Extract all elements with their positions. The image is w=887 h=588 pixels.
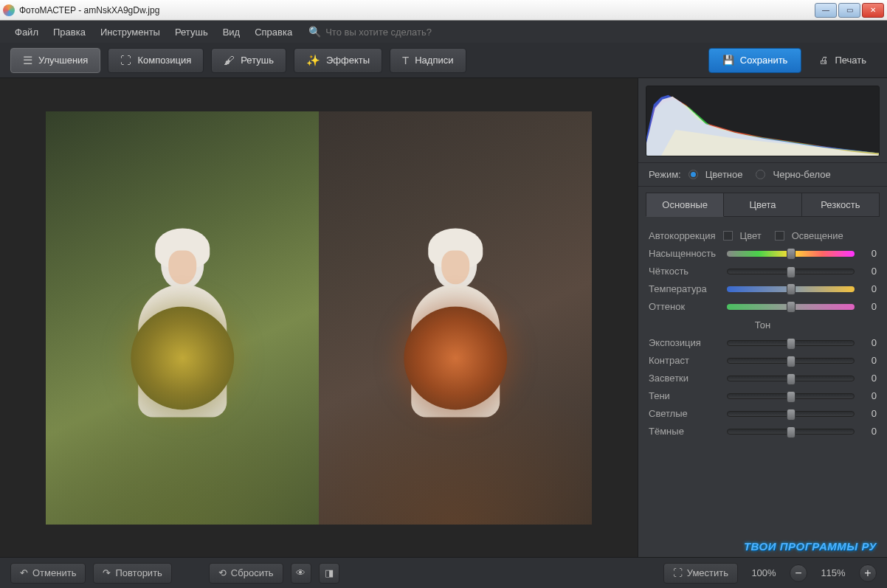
radio-color[interactable] bbox=[688, 170, 698, 179]
slider-contrast: Контраст 0 bbox=[649, 355, 877, 366]
slider-saturation: Насыщенность 0 bbox=[649, 248, 877, 259]
tone-section-title: Тон bbox=[649, 319, 877, 331]
maximize-button[interactable]: ▭ bbox=[838, 3, 860, 18]
menu-tools[interactable]: Инструменты bbox=[94, 24, 166, 41]
slider-highlights: Засветки 0 bbox=[649, 373, 877, 384]
tool-effects[interactable]: ✨Эффекты bbox=[294, 48, 382, 73]
reset-button[interactable]: ⟲Сбросить bbox=[209, 563, 283, 584]
slider-thumb[interactable] bbox=[787, 356, 795, 367]
crop-icon: ⛶ bbox=[120, 54, 131, 66]
tab-sharpness[interactable]: Резкость bbox=[802, 193, 880, 217]
status-bar: ↶Отменить ↷Повторить ⟲Сбросить 👁 ◨ ⛶Умес… bbox=[0, 557, 887, 588]
print-icon: 🖨 bbox=[819, 55, 829, 66]
exposure-track[interactable] bbox=[727, 340, 855, 346]
autocorrect-row: Автокоррекция Цвет Освещение bbox=[649, 230, 877, 241]
color-mode-row: Режим: Цветное Черно-белое bbox=[638, 162, 887, 187]
tool-captions[interactable]: TНадписи bbox=[390, 48, 466, 73]
zoom-out-button[interactable]: − bbox=[790, 564, 807, 582]
menu-bar: Файл Правка Инструменты Ретушь Вид Справ… bbox=[0, 21, 887, 43]
reset-icon: ⟲ bbox=[218, 567, 227, 578]
print-button[interactable]: 🖨Печать bbox=[809, 48, 877, 73]
slider-shadows: Тени 0 bbox=[649, 390, 877, 401]
autocorrect-label: Автокоррекция bbox=[649, 230, 716, 241]
photo-after bbox=[319, 111, 592, 525]
contrast-track[interactable] bbox=[727, 358, 855, 364]
zoom-in-button[interactable]: + bbox=[859, 564, 877, 582]
highlights-track[interactable] bbox=[727, 376, 855, 381]
canvas-viewport[interactable] bbox=[0, 78, 638, 557]
before-after-view bbox=[46, 111, 592, 525]
zoom-level: 115% bbox=[815, 567, 852, 578]
slider-thumb[interactable] bbox=[787, 248, 795, 260]
fit-icon: ⛶ bbox=[673, 567, 683, 578]
slider-thumb[interactable] bbox=[787, 338, 795, 350]
tab-colors[interactable]: Цвета bbox=[724, 193, 801, 217]
slider-tint: Оттенок 0 bbox=[649, 301, 877, 312]
brush-icon: 🖌 bbox=[224, 54, 235, 66]
redo-icon: ↷ bbox=[103, 567, 111, 578]
help-search[interactable]: 🔍 Что вы хотите сделать? bbox=[308, 26, 432, 38]
adjustments-panel: Режим: Цветное Черно-белое Основные Цвет… bbox=[638, 78, 887, 557]
saturation-track[interactable] bbox=[727, 251, 855, 257]
text-icon: T bbox=[402, 54, 409, 66]
shadows-track[interactable] bbox=[727, 393, 855, 399]
save-button[interactable]: 💾Сохранить bbox=[708, 48, 802, 73]
slider-thumb[interactable] bbox=[787, 283, 795, 295]
close-button[interactable]: ✕ bbox=[862, 3, 884, 18]
auto-color-label[interactable]: Цвет bbox=[740, 230, 762, 241]
slider-whites: Светлые 0 bbox=[649, 408, 877, 419]
slider-thumb[interactable] bbox=[787, 426, 795, 438]
slider-temperature: Температура 0 bbox=[649, 283, 877, 294]
slider-blacks: Тёмные 0 bbox=[649, 426, 877, 437]
tab-basic[interactable]: Основные bbox=[646, 193, 724, 217]
window-controls: — ▭ ✕ bbox=[813, 3, 884, 18]
minimize-button[interactable]: — bbox=[815, 3, 837, 18]
mode-bw-label[interactable]: Черно-белое bbox=[773, 169, 830, 180]
watermark-text: ТВОИ ПРОГРАММЫ РУ bbox=[638, 533, 887, 557]
menu-help[interactable]: Справка bbox=[249, 24, 298, 41]
slider-exposure: Экспозиция 0 bbox=[649, 337, 877, 348]
whites-track[interactable] bbox=[727, 411, 855, 417]
preview-toggle[interactable]: 👁 bbox=[291, 563, 311, 584]
histogram bbox=[646, 86, 880, 156]
mode-color-label[interactable]: Цветное bbox=[705, 169, 743, 180]
slider-thumb[interactable] bbox=[787, 301, 795, 313]
tool-composition[interactable]: ⛶Композиция bbox=[108, 48, 204, 73]
photo-before bbox=[46, 111, 319, 525]
tool-enhance[interactable]: ☰Улучшения bbox=[10, 48, 100, 73]
menu-edit[interactable]: Правка bbox=[47, 24, 92, 41]
tint-track[interactable] bbox=[727, 304, 855, 310]
basic-controls: Автокоррекция Цвет Освещение Насыщенност… bbox=[638, 217, 887, 451]
undo-button[interactable]: ↶Отменить bbox=[10, 563, 86, 584]
eye-icon: 👁 bbox=[296, 567, 306, 578]
fit-percent: 100% bbox=[745, 567, 782, 578]
search-icon: 🔍 bbox=[308, 26, 321, 38]
slider-thumb[interactable] bbox=[787, 391, 795, 403]
fit-button[interactable]: ⛶Уместить bbox=[663, 563, 738, 584]
menu-file[interactable]: Файл bbox=[9, 24, 44, 41]
slider-thumb[interactable] bbox=[787, 266, 795, 278]
slider-clarity: Чёткость 0 bbox=[649, 266, 877, 277]
workspace: Режим: Цветное Черно-белое Основные Цвет… bbox=[0, 78, 887, 557]
tool-retouch[interactable]: 🖌Ретушь bbox=[211, 48, 286, 73]
window-title: ФотоМАСТЕР - amNskXA9gDw.jpg bbox=[19, 5, 159, 15]
clarity-track[interactable] bbox=[727, 269, 855, 274]
menu-view[interactable]: Вид bbox=[217, 24, 246, 41]
slider-thumb[interactable] bbox=[787, 373, 795, 385]
main-toolbar: ☰Улучшения ⛶Композиция 🖌Ретушь ✨Эффекты … bbox=[0, 43, 887, 78]
compare-toggle[interactable]: ◨ bbox=[319, 563, 339, 584]
temperature-track[interactable] bbox=[727, 286, 855, 292]
wand-icon: ✨ bbox=[306, 54, 320, 67]
redo-button[interactable]: ↷Повторить bbox=[93, 563, 171, 584]
auto-light-label[interactable]: Освещение bbox=[792, 230, 843, 241]
blacks-track[interactable] bbox=[727, 429, 855, 435]
window-titlebar: ФотоМАСТЕР - amNskXA9gDw.jpg — ▭ ✕ bbox=[0, 0, 887, 21]
search-placeholder: Что вы хотите сделать? bbox=[325, 27, 432, 38]
chk-auto-color[interactable] bbox=[723, 231, 733, 241]
save-icon: 💾 bbox=[722, 55, 734, 66]
app-logo-icon bbox=[3, 4, 15, 16]
chk-auto-light[interactable] bbox=[775, 231, 784, 241]
radio-bw[interactable] bbox=[756, 170, 765, 179]
menu-retouch[interactable]: Ретушь bbox=[169, 24, 214, 41]
slider-thumb[interactable] bbox=[787, 409, 795, 421]
